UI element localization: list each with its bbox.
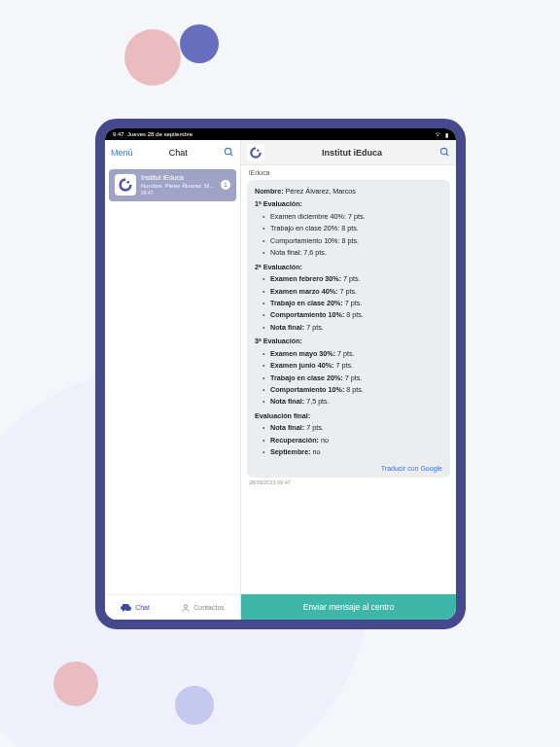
- sender-label: iEduca: [241, 165, 456, 180]
- status-bar: 9:47 Jueves 28 de septiembre ᯤ ▮: [105, 128, 456, 140]
- eval-item: Examen diciembre 40%: 7 pts.: [262, 212, 442, 222]
- message-bubble: Nombre: Pérez Álvarez, Marcos1ª Evaluaci…: [247, 180, 450, 478]
- right-title: Institut iEduca: [270, 148, 434, 158]
- left-footer: Chat Contactos: [105, 594, 240, 620]
- eval-item: Nota final: 7 pts.: [262, 323, 442, 333]
- right-header: Institut iEduca: [241, 140, 456, 165]
- message-area[interactable]: Nombre: Pérez Álvarez, Marcos1ª Evaluaci…: [241, 180, 456, 594]
- eval-header: 3ª Evaluación:: [255, 337, 442, 346]
- left-header: Menú Chat: [105, 140, 240, 165]
- eval-list: Examen diciembre 40%: 7 pts.Trabajo en c…: [255, 212, 442, 259]
- eval-list: Nota final: 7 pts.Recuperación: noSeptie…: [255, 423, 442, 457]
- tab-contacts-label: Contactos: [193, 604, 225, 611]
- send-button[interactable]: Enviar mensaje al centro: [241, 594, 456, 620]
- svg-line-7: [446, 153, 448, 155]
- svg-point-0: [225, 148, 230, 154]
- student-name: Nombre: Pérez Álvarez, Marcos: [255, 187, 442, 196]
- eval-header: 2ª Evaluación:: [255, 263, 442, 272]
- tab-chat[interactable]: Chat: [121, 603, 150, 613]
- eval-item: Trabajo en clase 20%: 7 pts.: [262, 374, 442, 383]
- chat-item-subtitle: Nombre: Pérez Álvarez, Ma...: [141, 183, 216, 191]
- unread-badge: 1: [221, 180, 230, 190]
- eval-item: Septiembre: no: [262, 447, 442, 457]
- school-logo-icon: [247, 144, 264, 161]
- tab-chat-label: Chat: [135, 604, 150, 611]
- eval-header: Evaluación final:: [255, 411, 442, 421]
- search-icon[interactable]: [439, 144, 450, 161]
- eval-list: Examen mayo 30%: 7 pts.Examen junio 40%:…: [255, 349, 442, 408]
- eval-item: Comportamiento 10%: 8 pts.: [262, 385, 442, 395]
- eval-item: Examen mayo 30%: 7 pts.: [262, 349, 442, 359]
- left-title: Chat: [169, 148, 188, 158]
- eval-item: Comportamiento 10%: 8 pts.: [262, 310, 442, 320]
- chat-item-time: 09:47: [141, 190, 216, 196]
- status-time: 9:47: [113, 131, 124, 137]
- eval-item: Trabajo en clase 20%: 8 pts.: [262, 224, 442, 233]
- status-date: Jueves 28 de septiembre: [127, 131, 192, 137]
- menu-button[interactable]: Menú: [111, 148, 133, 158]
- translate-link[interactable]: Traducir con Google: [255, 464, 442, 474]
- tab-contacts[interactable]: Contactos: [181, 603, 225, 613]
- battery-icon: ▮: [445, 131, 448, 138]
- eval-item: Examen febrero 30%: 7 pts.: [262, 274, 442, 284]
- left-pane: Menú Chat Institut iEduca Nombre: Pérez …: [105, 140, 241, 620]
- chat-list-item[interactable]: Institut iEduca Nombre: Pérez Álvarez, M…: [109, 169, 236, 201]
- eval-list: Examen febrero 30%: 7 pts.Examen marzo 4…: [255, 274, 442, 333]
- svg-line-1: [230, 153, 232, 155]
- svg-point-2: [126, 181, 129, 184]
- eval-item: Nota final: 7,5 pts.: [262, 397, 442, 407]
- svg-point-5: [257, 149, 259, 151]
- search-icon[interactable]: [224, 147, 234, 160]
- eval-item: Recuperación: no: [262, 436, 442, 445]
- right-pane: Institut iEduca iEduca Nombre: Pérez Álv…: [241, 140, 456, 620]
- eval-item: Nota final: 7 pts.: [262, 423, 442, 433]
- svg-point-3: [124, 606, 131, 611]
- eval-item: Nota final: 7,6 pts.: [262, 248, 442, 258]
- chat-item-title: Institut iEduca: [141, 174, 216, 183]
- eval-item: Examen marzo 40%: 7 pts.: [262, 287, 442, 297]
- svg-point-6: [440, 148, 446, 154]
- school-logo-icon: [115, 174, 136, 196]
- eval-header: 1ª Evaluación:: [255, 199, 442, 209]
- message-timestamp: 28/09/2023 09:47: [247, 478, 450, 485]
- eval-item: Comportamiento 10%: 8 pts.: [262, 236, 442, 246]
- svg-point-4: [185, 604, 188, 607]
- eval-item: Examen junio 40%: 7 pts.: [262, 361, 442, 371]
- eval-item: Trabajo en clase 20%: 7 pts.: [262, 299, 442, 308]
- wifi-icon: ᯤ: [436, 131, 441, 137]
- tablet-frame: 9:47 Jueves 28 de septiembre ᯤ ▮ Menú Ch…: [95, 119, 466, 629]
